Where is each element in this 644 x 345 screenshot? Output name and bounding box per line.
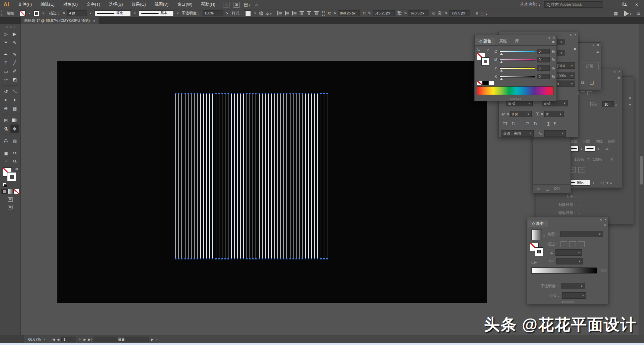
grid-view-icon[interactable]: ▦: [614, 11, 618, 16]
gradient-position-dropdown[interactable]: ∨: [562, 292, 586, 299]
opacity-more-button[interactable]: >: [226, 11, 228, 16]
default-fill-stroke-icon[interactable]: [3, 183, 6, 186]
language-dropdown[interactable]: 英语：美国∨: [501, 130, 534, 137]
selection-tool[interactable]: ▷: [2, 30, 10, 38]
eraser-tool[interactable]: ◩: [10, 75, 19, 84]
direct-selection-tool[interactable]: ▶: [10, 30, 19, 38]
align-center-icon[interactable]: [285, 11, 290, 15]
strikethrough-button[interactable]: Ŧ: [553, 121, 556, 126]
paint-color-button[interactable]: [1, 189, 7, 194]
menu-type[interactable]: 文字(T): [82, 0, 105, 9]
artboard-chevron-icon[interactable]: ∨: [78, 338, 82, 341]
perspective-grid-tool[interactable]: ▦: [10, 104, 19, 112]
swap-colors-icon[interactable]: ⇄: [487, 48, 489, 51]
toolbar-grip[interactable]: [6, 26, 15, 28]
selected-blend-artwork[interactable]: [175, 94, 327, 259]
tab-properties[interactable]: 属性: [495, 38, 511, 45]
doc-list-icon[interactable]: ≣: [637, 11, 641, 16]
yellow-value-field[interactable]: 0: [537, 65, 550, 71]
baseline-shift-field[interactable]: 0 pt∨: [510, 111, 532, 117]
gpu-performance-icon[interactable]: 🜁: [255, 2, 259, 7]
width-tool[interactable]: ≈: [2, 96, 10, 104]
magenta-slider[interactable]: [499, 59, 535, 61]
expand-panel-collapse-icon[interactable]: «: [593, 43, 595, 47]
gradient-type-dropdown[interactable]: ∨: [560, 231, 603, 237]
x-stepper[interactable]: ⇅: [333, 11, 336, 15]
drawing-mode-icon[interactable]: [8, 197, 13, 202]
menu-object[interactable]: 对象(O): [59, 0, 82, 9]
gradient-angle-dropdown[interactable]: ∨: [555, 249, 582, 256]
arrowhead-scale2[interactable]: 100%: [593, 157, 602, 161]
curvature-tool[interactable]: ✎: [10, 50, 19, 58]
bridge-button[interactable]: Br: [223, 2, 230, 8]
miter-limit-field[interactable]: 10: [602, 101, 614, 107]
brush-definition-dropdown[interactable]: 基本: [139, 10, 174, 16]
magenta-value-field[interactable]: 0: [537, 57, 550, 62]
vertical-scrollbar[interactable]: [639, 24, 644, 335]
expand-button[interactable]: 扩展: [581, 62, 599, 70]
shape-widget-icon[interactable]: ⬙∨: [266, 11, 272, 16]
paint-gradient-button[interactable]: [7, 189, 13, 194]
screen-mode-icon[interactable]: [8, 205, 13, 209]
document-tab[interactable]: 未标题-1* @ 66.67% (CMYK/GPU 预览) ×: [21, 17, 99, 24]
brush-chevron-icon[interactable]: ∨: [176, 12, 179, 15]
arrowhead-scale1[interactable]: 100%: [575, 157, 584, 161]
width-field[interactable]: 673.5 px: [409, 10, 429, 16]
workspace-switcher[interactable]: 基本功能 ∨: [520, 2, 541, 7]
stroke-weight-stepper[interactable]: ⇅: [63, 11, 65, 15]
gradient-stroke-across-icon[interactable]: [578, 241, 585, 247]
artboard-number-field[interactable]: 1: [61, 337, 76, 342]
align-bottom-icon[interactable]: [314, 11, 319, 15]
reference-point-icon[interactable]: ⣿: [322, 10, 325, 16]
mesh-tool[interactable]: ⊞: [2, 116, 10, 125]
layers-icon[interactable]: ❏: [590, 80, 594, 86]
width-stepper[interactable]: ⇅: [404, 11, 407, 15]
blend-tool[interactable]: ❖: [10, 125, 19, 133]
shape-builder-tool[interactable]: ⊕: [2, 104, 10, 112]
gradient-slider-bar[interactable]: [531, 267, 597, 274]
zoom-chevron-icon[interactable]: ∨: [43, 338, 46, 341]
menu-view[interactable]: 视图(V): [150, 0, 173, 9]
stroke-panel-collapse-icon[interactable]: «: [614, 70, 616, 73]
cap-round-icon[interactable]: [581, 91, 585, 95]
stroke-color-swatch[interactable]: [34, 10, 39, 16]
proportional-spacing-dropdown[interactable]: 100%∨: [555, 72, 575, 79]
free-transform-tool[interactable]: ✦: [10, 96, 19, 104]
link-scales-icon[interactable]: ⊘: [610, 157, 613, 161]
x-field[interactable]: 868.25 px: [338, 10, 360, 16]
line-segment-tool[interactable]: ╱: [10, 58, 19, 67]
artboard-tool[interactable]: ▣: [2, 149, 10, 157]
recolor-artwork-icon[interactable]: ◍: [259, 10, 263, 16]
align-left-icon[interactable]: [277, 11, 282, 15]
copy-style-icon[interactable]: ⧉: [581, 80, 584, 86]
height-stepper[interactable]: ⇅: [445, 11, 447, 15]
character-panel-close-icon[interactable]: ×: [574, 33, 576, 37]
height-field[interactable]: 729.5 px: [449, 10, 470, 16]
gradient-aspect-dropdown[interactable]: ∨: [556, 258, 583, 264]
transform-icon[interactable]: ⧖: [475, 10, 478, 16]
small-caps-button[interactable]: Tᴛ: [512, 121, 516, 126]
zoom-level-field[interactable]: 66.67%: [28, 337, 41, 341]
library-panel-menu-icon[interactable]: ≡: [629, 103, 631, 106]
stock-search-input[interactable]: 搜索 Adobe Stock: [544, 1, 603, 8]
arrange-docs-icon[interactable]: ▐▶∨: [623, 11, 632, 16]
swap-arrowheads-icon[interactable]: ⇄: [605, 147, 608, 151]
gradient-delete-stop-icon[interactable]: ⌦: [600, 268, 606, 273]
stroke-weight-field[interactable]: 4 pt: [67, 10, 87, 16]
leading-dropdown[interactable]: (14.4∨: [555, 62, 575, 69]
gradient-stroke-proxy[interactable]: [535, 247, 543, 256]
library-panel-close-icon[interactable]: ×: [629, 96, 631, 100]
stroke-panel-close-icon[interactable]: ×: [618, 70, 620, 73]
cap-projecting-icon[interactable]: [587, 91, 592, 95]
rectangle-tool[interactable]: ▭: [2, 67, 10, 75]
cyan-slider[interactable]: [499, 51, 535, 52]
black-value-field[interactable]: 0: [537, 74, 550, 79]
tab-libraries[interactable]: 库: [511, 38, 523, 45]
paintbrush-tool[interactable]: ✐: [10, 67, 19, 75]
menu-edit[interactable]: 编辑(E): [36, 0, 59, 9]
expand-panel-close-icon[interactable]: ×: [597, 43, 599, 47]
flip-across-icon[interactable]: ▼▲: [605, 181, 613, 185]
arrowhead-end-dropdown[interactable]: [585, 146, 595, 152]
stroke-chevron-icon[interactable]: ∨: [42, 12, 45, 15]
rotate-tool[interactable]: ↺: [2, 87, 10, 96]
